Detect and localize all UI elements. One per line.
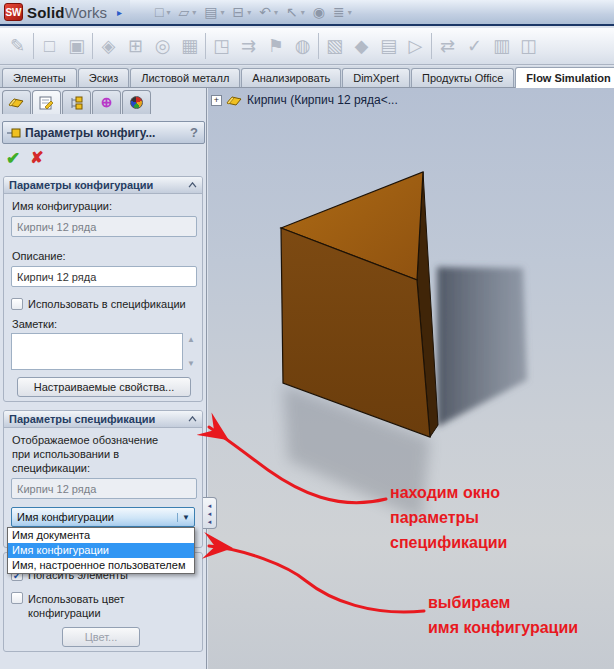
run-icon[interactable]: ▷ xyxy=(402,33,429,59)
group-title: Параметры спецификации xyxy=(9,413,188,425)
panel-flyout-expander[interactable]: ◂ ◂ ◂ xyxy=(203,497,217,529)
feature-tree-icon[interactable]: ⊞ xyxy=(122,33,149,59)
feature-tree-item[interactable]: + Кирпич (Кирпич 12 ряда<... xyxy=(211,93,398,107)
chevron-down-icon[interactable]: ▾ xyxy=(247,8,251,17)
use-in-bom-checkbox[interactable] xyxy=(11,298,23,310)
use-in-bom-label: Использовать в спецификации xyxy=(28,298,186,310)
menu-expand-arrow-icon[interactable]: ▸ xyxy=(117,7,122,18)
wizard-icon[interactable]: ✎ xyxy=(4,33,31,59)
tab-sketch[interactable]: Эскиз xyxy=(78,68,129,87)
app-logo-area[interactable]: SW Solid Works ▸ xyxy=(0,0,130,24)
tab-dimxpert-manager[interactable]: ⊕ xyxy=(92,90,121,114)
chevron-down-icon[interactable]: ▾ xyxy=(301,8,305,17)
tab-dimxpert[interactable]: DimXpert xyxy=(342,68,410,87)
scroll-down-icon[interactable]: ▼ xyxy=(187,359,195,368)
component-explore-icon[interactable]: ◈ xyxy=(95,33,122,59)
cancel-button[interactable]: ✘ xyxy=(30,148,43,169)
new-sketch-icon[interactable]: □ xyxy=(36,33,63,59)
zoom-area-icon[interactable]: ◍ xyxy=(289,33,316,59)
copy-icon[interactable]: ▣ xyxy=(63,33,90,59)
description-label: Описание: xyxy=(12,250,66,262)
tab-feature-manager[interactable] xyxy=(2,90,31,114)
property-manager-header: Параметры конфигу... ? xyxy=(2,121,205,144)
bom-display-field[interactable] xyxy=(11,478,197,499)
chevron-down-icon[interactable]: ▾ xyxy=(192,8,196,17)
measure-check-icon[interactable]: ✓ xyxy=(461,33,488,59)
chevron-down-icon[interactable]: ▾ xyxy=(274,8,278,17)
notes-scrollbar[interactable]: ▲ ▼ xyxy=(184,333,198,370)
exploded-view-icon[interactable]: ⇉ xyxy=(235,33,262,59)
configuration-tree-icon xyxy=(69,96,84,110)
option-user-specified-name[interactable]: Имя, настроенное пользователем xyxy=(8,558,194,573)
tab-sheet-metal[interactable]: Листовой металл xyxy=(130,68,240,87)
combobox-value: Имя конфигурации xyxy=(12,511,177,523)
annotation-choose-name: выбираем имя конфигурации xyxy=(428,590,578,640)
bom-name-dropdown-list: Имя документа Имя конфигурации Имя, наст… xyxy=(7,527,195,574)
tab-property-manager[interactable] xyxy=(32,90,61,114)
group-header[interactable]: Параметры конфигурации xyxy=(4,177,202,194)
flyout-arrow-icon: ◂ xyxy=(208,510,212,517)
description-field[interactable] xyxy=(11,266,197,287)
toolbar-separator xyxy=(431,33,432,59)
toolbar-separator xyxy=(318,33,319,59)
graphics-viewport[interactable]: + Кирпич (Кирпич 12 ряда<... xyxy=(208,88,614,669)
goal-flag-icon[interactable]: ⚑ xyxy=(262,33,289,59)
toolbar-separator xyxy=(92,33,93,59)
tab-elements[interactable]: Элементы xyxy=(2,68,77,87)
brick-3d-model[interactable] xyxy=(208,88,614,669)
color-button[interactable]: Цвет... xyxy=(62,627,140,647)
undo-button[interactable]: ↶▾ xyxy=(256,3,281,21)
option-configuration-name[interactable]: Имя конфигурации xyxy=(8,543,194,558)
tab-evaluate[interactable]: Анализировать xyxy=(241,68,341,87)
group-header[interactable]: Параметры спецификации xyxy=(4,411,202,428)
open-button[interactable]: ▱▾ xyxy=(175,3,199,21)
toolbar-separator xyxy=(205,33,206,59)
clipped-icon[interactable]: ◫ xyxy=(515,33,542,59)
select-button[interactable]: ↖▾ xyxy=(283,3,308,21)
app-name-bold: Solid xyxy=(27,4,65,21)
tab-flow-simulation[interactable]: Flow Simulation xyxy=(515,67,614,88)
configuration-properties-group: Параметры конфигурации Имя конфигурации:… xyxy=(3,176,203,402)
custom-properties-button[interactable]: Настраиваемые свойства... xyxy=(17,377,191,397)
ok-button[interactable]: ✔ xyxy=(6,148,20,169)
rebuild-button[interactable]: ◉ xyxy=(310,3,328,21)
design-table-icon[interactable]: ▦ xyxy=(176,33,203,59)
assembly-grid-icon[interactable]: ▧ xyxy=(321,33,348,59)
save-results-icon[interactable]: ▥ xyxy=(488,33,515,59)
use-color-checkbox[interactable] xyxy=(11,592,23,604)
bom-name-combobox[interactable]: Имя конфигурации ▼ xyxy=(11,507,195,527)
swap-copy-icon[interactable]: ⇄ xyxy=(434,33,461,59)
bom-display-label: Отображаемое обозначение при использован… xyxy=(12,433,158,475)
chevron-down-icon[interactable]: ▾ xyxy=(348,8,352,17)
save-button[interactable]: ▤▾ xyxy=(201,3,227,21)
options-button[interactable]: ≣▾ xyxy=(330,3,355,21)
notes-textarea[interactable] xyxy=(11,333,183,370)
new-document-button[interactable]: □▾ xyxy=(152,3,173,21)
print-button[interactable]: ⊟▾ xyxy=(229,3,254,21)
scroll-up-icon[interactable]: ▲ xyxy=(187,335,195,344)
chevron-down-icon[interactable]: ▾ xyxy=(220,8,224,17)
capture-icon[interactable]: ◳ xyxy=(208,33,235,59)
title-bar: SW Solid Works ▸ □▾ ▱▾ ▤▾ ⊟▾ ↶▾ ↖▾ ◉ ≣▾ xyxy=(0,0,614,26)
preview-icon[interactable]: ◎ xyxy=(149,33,176,59)
tab-configuration-manager[interactable] xyxy=(62,90,91,114)
combobox-arrow-icon[interactable]: ▼ xyxy=(177,513,194,522)
use-in-bom-row[interactable]: Использовать в спецификации xyxy=(11,298,186,310)
configuration-name-label: Имя конфигурации: xyxy=(12,200,112,212)
chevron-down-icon[interactable]: ▾ xyxy=(166,8,170,17)
collapse-chevron-icon[interactable] xyxy=(188,182,197,188)
check-list-icon[interactable]: ▤ xyxy=(375,33,402,59)
use-color-row[interactable]: Использовать цвет конфигурации xyxy=(11,592,125,620)
configuration-name-field[interactable] xyxy=(11,216,197,237)
tree-expand-button[interactable]: + xyxy=(211,95,222,106)
mesh-part-icon[interactable]: ◆ xyxy=(348,33,375,59)
app-name-light: Works xyxy=(65,4,107,21)
collapse-chevron-icon[interactable] xyxy=(188,416,197,422)
help-button[interactable]: ? xyxy=(188,125,200,140)
flow-simulation-toolbar: ✎ □ ▣ ◈ ⊞ ◎ ▦ ◳ ⇉ ⚑ ◍ ▧ ◆ ▤ ▷ ⇄ ✓ ▥ ◫ xyxy=(0,28,614,65)
tab-office-products[interactable]: Продукты Office xyxy=(411,68,514,87)
annotation-find-window: находим окно параметры спецификации xyxy=(390,480,507,555)
tab-display-manager[interactable] xyxy=(122,90,151,114)
use-color-label: Использовать цвет конфигурации xyxy=(28,592,125,620)
option-document-name[interactable]: Имя документа xyxy=(8,528,194,543)
